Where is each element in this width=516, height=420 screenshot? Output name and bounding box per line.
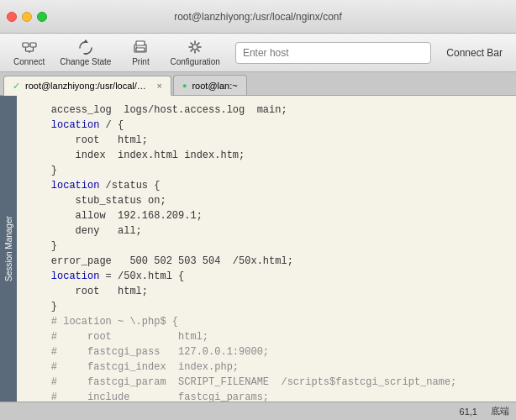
window-title: root@lanzhiyong:/usr/local/nginx/conf [174,11,342,23]
terminal-line: # fastcgi_index index.php; [27,360,506,375]
svg-rect-1 [30,43,36,47]
svg-line-20 [191,50,192,51]
connect-icon [21,39,38,55]
print-label: Print [132,57,150,66]
terminal-line: location = /50x.html { [27,269,506,284]
terminal-line: stub_status on; [27,193,506,208]
print-icon [132,39,149,55]
tab-nginx-conf[interactable]: ✓ root@lanzhiyong:/usr/local/nginx/conf … [3,76,171,96]
print-button[interactable]: Print [119,35,161,70]
close-button[interactable] [7,12,17,22]
traffic-lights [7,12,47,22]
terminal-line: } [27,163,506,178]
svg-rect-10 [136,48,145,51]
terminal-line: deny all; [27,223,506,239]
svg-marker-7 [83,53,88,55]
terminal-line: location /status { [27,178,506,193]
status-bar: 61,1 底端 [0,402,516,420]
terminal-line: # location ~ \.php$ { [27,314,506,329]
terminal-line: root html; [27,133,506,148]
title-bar: root@lanzhiyong:/usr/local/nginx/conf [0,0,516,34]
configuration-icon [187,39,203,55]
connect-bar-label: Connect Bar [440,47,509,59]
change-state-button[interactable]: Change State [53,35,118,70]
status-right: 61,1 底端 [460,405,509,417]
terminal-line: } [27,299,506,314]
session-manager-label: Session Manager [4,216,13,281]
terminal-line: # fastcgi_pass 127.0.0.1:9000; [27,344,506,360]
terminal-line: location / { [27,118,506,133]
host-input[interactable] [235,42,431,64]
svg-point-11 [136,46,138,48]
session-manager-sidebar[interactable]: Session Manager [0,96,17,402]
terminal-line: access_log logs/host.access.log main; [27,102,506,118]
tab-home-label: root@lan:~ [192,81,237,91]
maximize-button[interactable] [37,12,47,22]
tab-dot-icon: ● [182,81,187,90]
terminal-line: # include fastcgi_params; [27,390,506,402]
tab-bar: ✓ root@lanzhiyong:/usr/local/nginx/conf … [0,72,516,96]
terminal-line: error_page 500 502 503 504 /50x.html; [27,254,506,269]
terminal-line: } [27,239,506,254]
svg-rect-9 [136,41,145,45]
terminal[interactable]: access_log logs/host.access.log main; lo… [17,96,516,402]
svg-marker-6 [83,39,88,43]
cursor-position: 61,1 [460,407,477,417]
change-state-label: Change State [60,57,111,66]
terminal-line: index index.html index.htm; [27,148,506,163]
terminal-line: root html; [27,284,506,299]
connect-label: Connect [13,57,45,66]
minimize-button[interactable] [22,12,32,22]
tab-check-icon: ✓ [13,81,20,92]
configuration-label: Configuration [170,57,219,66]
svg-line-19 [197,43,199,45]
status-mode: 底端 [491,405,509,417]
tab-nginx-label: root@lanzhiyong:/usr/local/nginx/conf [25,81,150,91]
tab-home[interactable]: ● root@lan:~ [173,75,247,95]
terminal-line: # root html; [27,329,506,344]
svg-line-18 [197,50,199,51]
terminal-line: allow 192.168.209.1; [27,208,506,223]
toolbar: Connect Change State Print [0,34,516,72]
main-area: Session Manager access_log logs/host.acc… [0,96,516,402]
svg-point-12 [192,45,197,50]
connect-button[interactable]: Connect [7,35,51,70]
change-state-icon [77,39,94,55]
svg-line-17 [191,43,192,45]
svg-rect-0 [23,43,29,47]
configuration-button[interactable]: Configuration [163,35,226,70]
tab-close-icon[interactable]: × [157,81,162,91]
terminal-line: # fastcgi_param SCRIPT_FILENAME /scripts… [27,375,506,390]
